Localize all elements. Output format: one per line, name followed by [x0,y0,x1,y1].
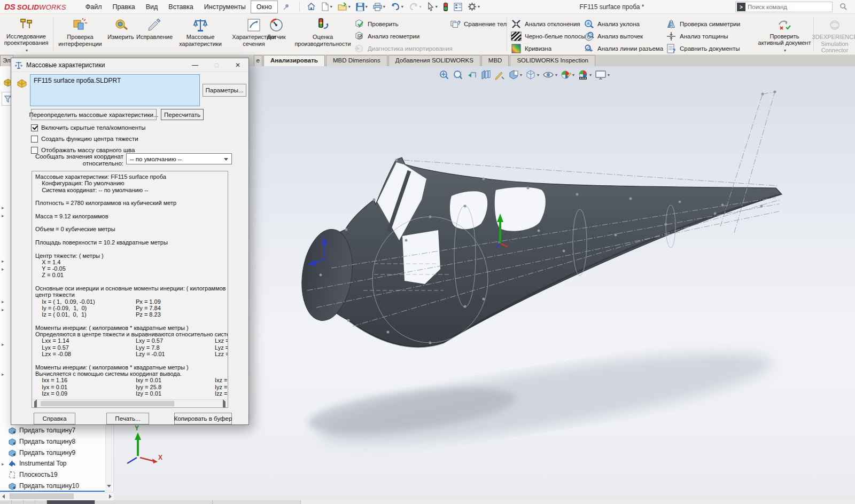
tab-motion-study-partial[interactable] [213,500,301,504]
menu-view[interactable]: Вид [141,1,164,13]
display-style-caret-icon[interactable]: ▾ [537,73,539,77]
mass-properties-results[interactable]: Массовые характеристики: FF115 surface п… [32,171,228,408]
tree-expand-arrow-icon[interactable]: ▸ [2,299,4,304]
override-mass-properties-button[interactable]: Переопределить массовые характеристики..… [31,109,157,120]
apply-scene-button[interactable]: ▾ [578,69,592,80]
section-view-button[interactable] [480,69,491,80]
dialog-minimize-button[interactable]: — [184,58,206,72]
command-search[interactable]: > [735,2,833,12]
repair-button[interactable]: Исправление [137,15,172,54]
check-button[interactable]: Проверить [354,18,399,30]
zebra-stripes-button[interactable]: Черно-белые полосы [511,30,586,42]
coordinate-system-dropdown[interactable]: -- по умолчанию -- [126,153,232,164]
edit-appearance-caret-icon[interactable]: ▾ [572,73,574,77]
new-document-button[interactable]: ▾ [320,1,334,12]
pin-menu-icon[interactable] [283,3,290,10]
tree-item-instrumental-top[interactable]: Instrumental Top [7,458,67,469]
bottom-splitter[interactable] [35,500,47,504]
appearance-target-button[interactable]: ▾ [508,69,522,80]
bottom-splitter[interactable] [0,500,12,504]
bottom-splitter[interactable] [24,500,35,504]
zoom-fit-button[interactable] [439,69,449,80]
bottom-splitter[interactable] [12,500,24,504]
tree-item-thicken10[interactable]: Придать толщину10 [7,481,79,491]
edit-appearance-button[interactable]: ▾ [561,69,574,80]
tab-mbd[interactable]: MBD [481,55,509,66]
tree-expand-arrow-icon[interactable]: ▸ [2,205,4,210]
design-study-caret-icon[interactable]: ▾ [26,48,28,54]
create-cog-feature-checkbox[interactable]: Создать функцию центра тяжести [31,135,138,143]
select-button[interactable]: ▾ [425,1,439,12]
options-caret-icon[interactable]: ▾ [478,4,480,9]
save-button[interactable]: ▾ [354,2,369,12]
tree-expand-arrow-icon[interactable]: ▸ [2,461,4,467]
print-caret-icon[interactable]: ▾ [383,4,385,9]
save-caret-icon[interactable]: ▾ [366,4,368,9]
dynamic-annotation-button[interactable] [494,69,505,80]
previous-view-button[interactable] [467,69,477,80]
view-settings-caret-icon[interactable]: ▾ [608,73,610,77]
compare-bodies-button[interactable]: ? Сравнение тел [450,18,507,30]
results-scroll-left-button[interactable] [34,401,37,408]
options-gear-button[interactable]: ▾ [466,1,481,12]
compare-documents-button[interactable]: ? Сравнить документы [666,43,740,54]
dialog-title-bar[interactable]: Массовые характеристики — □ ✕ [11,58,248,72]
tree-item-thicken8[interactable]: Придать толщину8 [7,436,75,447]
tree-scroll-left-button[interactable] [0,493,7,500]
check-active-document-button[interactable]: Проверить активный документ ▾ [758,15,811,54]
menu-edit[interactable]: Правка [107,1,140,13]
hide-show-items-button[interactable]: ▾ [542,69,557,80]
sensor-button[interactable]: Датчик [263,15,290,54]
results-horizontal-scrollbar[interactable] [33,399,227,407]
interference-light-icon[interactable] [441,1,450,13]
draft-analysis-button[interactable]: Анализ уклона [584,18,640,30]
geometry-analysis-button[interactable]: Анализ геометрии [354,30,419,42]
tab-solidworks-inspection[interactable]: SOLIDWORKS Inspection [510,55,595,66]
thickness-analysis-button[interactable]: Анализ толщины [666,30,728,42]
tab-model-partial[interactable] [47,500,95,504]
open-button[interactable]: ▾ [336,1,352,12]
task-list-button[interactable] [452,2,464,12]
appearance-caret-icon[interactable]: ▾ [520,73,522,77]
tree-expand-arrow-icon[interactable]: ▸ [2,372,4,377]
help-button[interactable]: Справка [34,413,75,424]
curvature-button[interactable]: Кривизна [511,43,551,54]
symmetry-check-button[interactable]: Проверка симметрии [666,18,740,30]
zoom-to-area-button[interactable] [453,69,463,80]
undo-caret-icon[interactable]: ▾ [401,4,403,9]
deviation-analysis-button[interactable]: Анализ отклонения [511,18,580,30]
undercut-analysis-button[interactable]: Анализ выточек [584,30,643,42]
new-document-caret-icon[interactable]: ▾ [330,4,332,9]
options-button[interactable]: Параметры... [203,84,246,97]
tree-expand-arrow-icon[interactable]: ▸ [2,258,4,264]
redo-button[interactable]: ▾ [407,2,423,12]
menu-window[interactable]: Окно [251,1,277,13]
menu-file[interactable]: Файл [80,1,107,13]
tree-vertical-scrollbar[interactable] [105,419,112,491]
open-caret-icon[interactable]: ▾ [348,4,351,9]
measure-button[interactable]: Измерить [106,15,136,54]
dialog-close-button[interactable]: ✕ [227,58,248,72]
tree-expand-arrow-icon[interactable]: ▸ [2,342,4,347]
tab-analyze[interactable]: Анализировать [263,55,325,66]
menu-tools[interactable]: Инструменты [199,1,251,13]
search-magnifier-icon[interactable] [840,3,848,11]
view-settings-button[interactable]: ▾ [595,69,610,80]
tree-scroll-right-button[interactable] [107,493,114,500]
tree-hscroll-thumb[interactable] [10,493,74,499]
tab-mbd-dimensions[interactable]: MBD Dimensions [326,55,387,66]
search-input[interactable] [748,4,832,10]
hide-show-caret-icon[interactable]: ▾ [555,73,557,77]
interference-check-button[interactable]: Проверка интерференции [56,15,105,54]
tree-expand-arrow-icon[interactable]: ▸ [2,266,4,272]
checkbox-unchecked-icon[interactable] [31,147,38,154]
apply-scene-caret-icon[interactable]: ▾ [589,73,592,77]
checkbox-unchecked-icon[interactable] [31,136,38,143]
check-active-caret-icon[interactable]: ▾ [784,48,786,54]
checkbox-checked-icon[interactable] [31,124,38,131]
print-dialog-button[interactable]: Печать... [106,413,149,424]
design-study-button[interactable]: Исследование проектирования ▾ [1,15,51,54]
mass-properties-button[interactable]: Массовые характеристики [174,15,227,54]
tree-horizontal-scrollbar[interactable] [0,492,114,500]
undo-button[interactable]: ▾ [389,2,405,12]
